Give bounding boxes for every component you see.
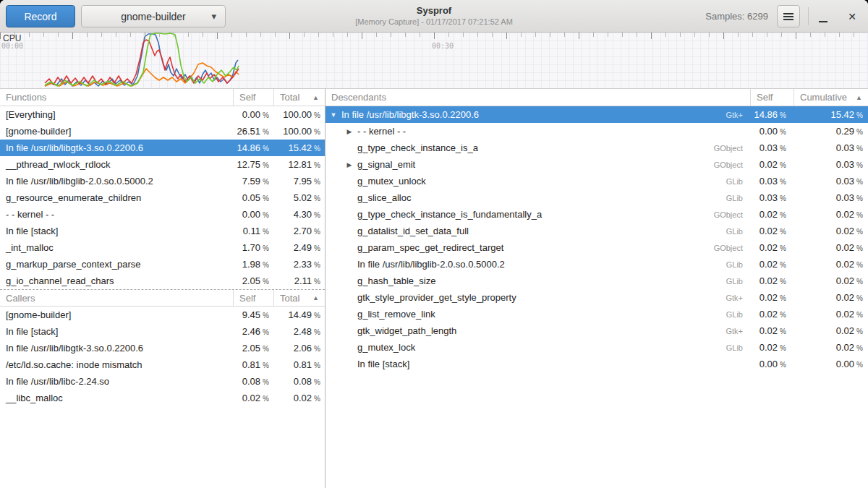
self-percent-value: 0.02: [242, 393, 260, 403]
table-row[interactable]: In file /usr/lib/libglib-2.0.so.0.5000.2…: [0, 173, 325, 189]
menu-button[interactable]: [777, 5, 800, 27]
cumulative-percent-value: 15.42: [831, 109, 855, 120]
table-row[interactable]: In file /usr/lib/libgtk-3.so.0.2200.62.0…: [0, 340, 325, 356]
self-percent-value: 0.03: [760, 192, 778, 203]
close-button[interactable]: ✕: [842, 5, 862, 27]
self-percent-value: 0.03: [760, 142, 778, 153]
cumulative-percent-value: 0.02: [836, 242, 854, 253]
table-row[interactable]: /etc/ld.so.cache: inode mismatch0.81%0.8…: [0, 356, 325, 373]
functions-pane: Functions Self Total ▲ [Everything]0.00%…: [0, 89, 325, 488]
function-name: [gnome-builder]: [0, 126, 233, 137]
expander-open-icon[interactable]: ▼: [330, 111, 337, 119]
target-selector-dropdown[interactable]: gnome-builder ▾: [81, 5, 226, 27]
percent-sign: %: [314, 278, 320, 286]
tree-row[interactable]: gtk_widget_path_lengthGtk+0.02%0.02%: [326, 322, 868, 339]
pane-divider[interactable]: [325, 89, 326, 488]
table-row[interactable]: __libc_malloc0.02%0.02%: [0, 390, 325, 406]
table-row[interactable]: In file /usr/lib/libc-2.24.so0.08%0.08%: [0, 373, 325, 390]
timeline-tick: [810, 33, 811, 37]
tree-row[interactable]: g_mutex_unlockGLib0.03%0.03%: [326, 173, 868, 189]
timeline-tick: [174, 33, 174, 37]
descendants-column-header[interactable]: Descendants: [326, 89, 750, 106]
tree-row[interactable]: In file [stack]0.00%0.00%: [326, 356, 868, 372]
function-name: In file /usr/lib/libgtk-3.so.0.2200.6: [0, 142, 233, 153]
record-button[interactable]: Record: [6, 5, 75, 27]
percent-sign: %: [314, 395, 320, 403]
timeline-tick: [116, 33, 116, 37]
minimize-button[interactable]: [814, 5, 832, 27]
table-row[interactable]: _int_malloc1.70%2.49%: [0, 239, 325, 256]
tree-row[interactable]: In file /usr/lib/libglib-2.0.so.0.5000.2…: [326, 256, 868, 273]
library-category-label: GLib: [697, 310, 743, 319]
cumulative-percent-value: 0.03: [836, 142, 854, 153]
percent-sign: %: [263, 278, 269, 286]
sort-ascending-icon: ▲: [307, 94, 319, 101]
self-percent-value: 0.02: [760, 226, 778, 236]
table-row[interactable]: g_resource_enumerate_children0.05%5.02%: [0, 189, 325, 206]
percent-sign: %: [263, 361, 269, 369]
total-column-header[interactable]: Total ▲: [273, 290, 325, 306]
cumulative-percent: 0.03%: [793, 142, 868, 153]
timeline-tick: [188, 33, 189, 37]
cumulative-percent: 0.02%: [793, 209, 868, 220]
tree-row[interactable]: g_datalist_id_set_data_fullGLib0.02%0.02…: [326, 223, 868, 239]
table-row[interactable]: [Everything]0.00%100.00%: [0, 106, 325, 123]
percent-sign: %: [780, 328, 786, 335]
hamburger-icon: [783, 16, 793, 17]
table-row[interactable]: - - kernel - -0.00%4.30%: [0, 206, 325, 223]
table-row[interactable]: In file /usr/lib/libgtk-3.so.0.2200.614.…: [0, 140, 325, 156]
self-column-header[interactable]: Self: [233, 89, 273, 106]
self-column-header[interactable]: Self: [750, 89, 793, 106]
table-row[interactable]: In file [stack]0.11%2.70%: [0, 223, 325, 239]
self-percent-value: 0.02: [760, 275, 778, 286]
table-row[interactable]: [gnome-builder]26.51%100.00%: [0, 123, 325, 140]
tree-row[interactable]: g_param_spec_get_redirect_targetGObject0…: [326, 239, 868, 256]
total-percent: 0.02%: [273, 393, 325, 403]
table-row[interactable]: In file [stack]2.46%2.48%: [0, 323, 325, 340]
tree-row[interactable]: g_type_check_instance_is_aGObject0.03%0.…: [326, 140, 868, 156]
tree-row[interactable]: gtk_style_provider_get_style_propertyGtk…: [326, 289, 868, 306]
self-percent: 0.00%: [743, 126, 793, 137]
self-percent: 0.02%: [743, 159, 793, 170]
timeline-tick: [579, 33, 579, 39]
expander-closed-icon[interactable]: ▶: [346, 128, 353, 135]
total-column-header[interactable]: Total ▲: [273, 89, 325, 106]
percent-sign: %: [856, 294, 863, 302]
cumulative-percent: 0.00%: [793, 359, 868, 369]
timeline-label: 00:30: [432, 42, 454, 50]
total-percent: 4.30%: [273, 209, 325, 220]
self-percent: 7.59%: [233, 176, 273, 187]
self-percent-value: 2.05: [242, 343, 260, 354]
timeline-tick: [796, 33, 796, 39]
tree-row[interactable]: g_type_check_instance_is_fundamentally_a…: [326, 206, 868, 223]
table-row[interactable]: g_io_channel_read_chars2.05%2.11%: [0, 273, 325, 289]
tree-row[interactable]: g_slice_allocGLib0.03%0.03%: [326, 189, 868, 206]
table-row[interactable]: __pthread_rwlock_rdlock12.75%12.81%: [0, 156, 325, 173]
tree-row[interactable]: ▼In file /usr/lib/libgtk-3.so.0.2200.6Gt…: [326, 106, 868, 123]
percent-sign: %: [780, 244, 786, 252]
cumulative-percent: 0.03%: [793, 192, 868, 203]
tree-row[interactable]: g_mutex_lockGLib0.02%0.02%: [326, 339, 868, 356]
tree-row[interactable]: ▶- - kernel - -0.00%0.29%: [326, 123, 868, 140]
timeline-tick: [448, 33, 449, 37]
functions-column-header[interactable]: Functions: [0, 89, 233, 106]
table-row[interactable]: g_markup_parse_context_parse1.98%2.33%: [0, 256, 325, 273]
timeline-tick: [405, 33, 406, 37]
cumulative-percent-value: 0.03: [836, 176, 854, 187]
tree-row[interactable]: ▶g_signal_emitGObject0.02%0.03%: [326, 156, 868, 173]
table-row[interactable]: [gnome-builder]9.45%14.49%: [0, 307, 325, 323]
cpu-graph[interactable]: CPU 00:0000:30: [0, 33, 868, 89]
descendant-name-cell: g_param_spec_get_redirect_target: [326, 242, 697, 253]
function-name: In file [stack]: [0, 226, 233, 236]
tree-row[interactable]: g_hash_table_sizeGLib0.02%0.02%: [326, 273, 868, 289]
cumulative-percent: 0.29%: [793, 126, 868, 137]
cumulative-column-header[interactable]: Cumulative ▲: [793, 89, 868, 106]
expander-closed-icon[interactable]: ▶: [346, 161, 353, 168]
tree-row[interactable]: g_list_remove_linkGLib0.02%0.02%: [326, 306, 868, 322]
timeline-tick: [608, 33, 608, 37]
callers-column-header[interactable]: Callers: [0, 290, 233, 306]
self-column-header[interactable]: Self: [233, 290, 273, 306]
timeline-tick: [217, 33, 218, 39]
timeline-label: 00:00: [1, 42, 23, 50]
cpu-usage-lines: [0, 33, 868, 89]
